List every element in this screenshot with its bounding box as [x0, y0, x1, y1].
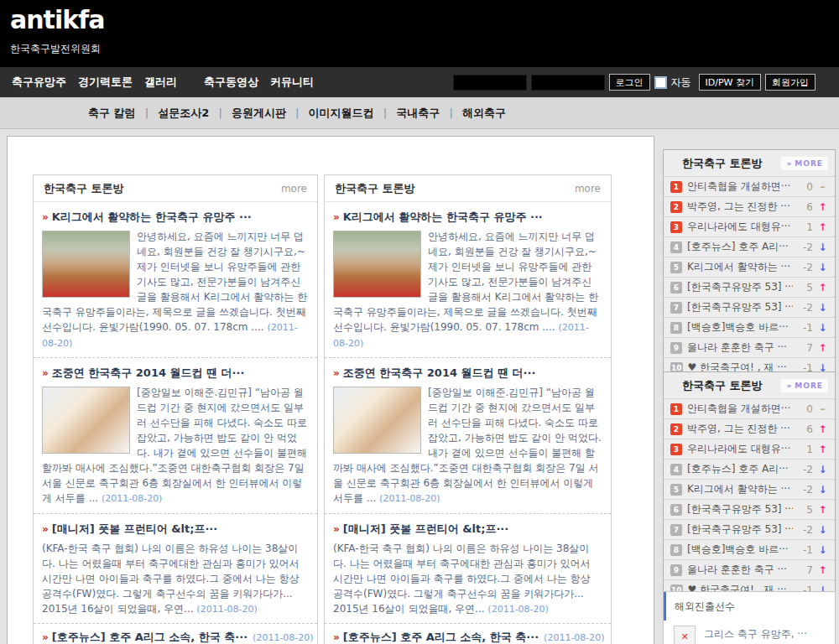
- ranking-row: 2박주영, 그는 진정한 ···6↑: [664, 418, 835, 439]
- nav-item-performance[interactable]: 경기력토론: [78, 75, 133, 90]
- post-date: (2011-08-20): [102, 493, 163, 504]
- arrow-bullet-icon: »: [333, 523, 340, 535]
- post-title[interactable]: »조중연 한국축구 2014 월드컵 땐 더···: [333, 366, 602, 381]
- post-title[interactable]: »조중연 한국축구 2014 월드컵 땐 더···: [42, 366, 309, 381]
- trend-flat-icon: –: [817, 403, 828, 415]
- ranking-link[interactable]: [한국축구유망주 53] ···: [687, 522, 793, 537]
- ranking-row: 6[한국축구유망주 53] ···5↑: [664, 499, 835, 519]
- vote-count: 5: [793, 504, 813, 516]
- ranking-link[interactable]: 박주영, 그는 진정한 ···: [687, 422, 793, 436]
- ranking-link[interactable]: [한국축구유망주 53] ···: [687, 502, 793, 517]
- post-body: 안녕하세요, 요즘에 느끼지만 너무 덥네요, 회원분들 건강 잘 챙기시구요,…: [333, 229, 602, 351]
- subnav-item-column[interactable]: 축구 칼럼: [88, 106, 136, 119]
- ranking-row: 5K리그에서 활약하는 ···-2↓: [664, 479, 835, 499]
- post-thumbnail[interactable]: [42, 387, 130, 454]
- vote-count: 1: [793, 444, 813, 455]
- ranking-link[interactable]: 울나라 훈훈한 축구 ···: [687, 340, 793, 355]
- trend-up-icon: ↑: [817, 564, 828, 576]
- ranking-link[interactable]: [백승호]백승호 바르···: [687, 543, 793, 557]
- rank-badge: 7: [670, 524, 682, 536]
- post-body: (KFA-한국 축구 협회) 나의 이름은 하유성 나이는 38살이다. 나는 …: [333, 541, 602, 617]
- nav-item-gallery[interactable]: 갤러리: [144, 75, 177, 90]
- rank-badge: 2: [670, 201, 682, 213]
- nav-item-videos[interactable]: 축구동영상: [204, 75, 258, 90]
- post-date: (2011-08-20): [379, 493, 440, 504]
- double-arrow-icon: »: [786, 159, 792, 168]
- find-idpw-button[interactable]: ID/PW 찾기: [699, 74, 761, 91]
- ranking-row: 4[호주뉴스] 호주 A리···-2↓: [664, 459, 835, 479]
- ranking-link[interactable]: 박주영, 그는 진정한 ···: [687, 200, 793, 214]
- username-input[interactable]: [453, 75, 527, 91]
- subnav-item-overseas[interactable]: 해외축구: [462, 106, 506, 119]
- post-thumbnail[interactable]: [42, 231, 130, 298]
- subnav-separator: |: [449, 106, 452, 119]
- post-date: (2011-08-20): [487, 604, 549, 615]
- board-title: 한국축구 토론방: [44, 175, 124, 202]
- arrow-bullet-icon: »: [42, 631, 49, 643]
- more-button[interactable]: »MORE: [781, 157, 828, 170]
- vote-count: -2: [793, 262, 813, 273]
- auto-login-checkbox[interactable]: [654, 76, 667, 89]
- ranking-link[interactable]: [백승호]백승호 바르···: [687, 320, 793, 335]
- ranking-link[interactable]: 우리나라에도 대형유···: [687, 442, 793, 456]
- post-item: »K리그에서 활약하는 한국축구 유망주 ··· 안녕하세요, 요즘에 느끼지만…: [34, 202, 317, 358]
- trend-down-icon: ↓: [817, 242, 828, 253]
- vote-count: -2: [793, 302, 813, 314]
- rank-badge: 6: [670, 282, 682, 293]
- rank-badge: 3: [670, 444, 682, 455]
- subnav-separator: |: [218, 106, 221, 119]
- ranking-row: 8[백승호]백승호 바르···-1↓: [664, 539, 835, 559]
- nav-item-prospects[interactable]: 축구유망주: [12, 75, 66, 90]
- ranking-link[interactable]: K리그에서 활약하는 ···: [687, 260, 793, 274]
- ranking-link[interactable]: [호주뉴스] 호주 A리···: [687, 240, 793, 254]
- vote-count: -1: [793, 322, 813, 334]
- post-item: »[매니저] 풋볼 프런티어 &lt;프··· (KFA-한국 축구 협회) 나…: [325, 514, 611, 625]
- overseas-item[interactable]: ✕ 그리스 축구 유망주, ···: [664, 621, 835, 644]
- ranking-link[interactable]: 우리나라에도 대형유···: [687, 220, 793, 234]
- sidebar-panel-header: 한국축구 토론방 »MORE: [664, 150, 835, 176]
- login-area: 로그인 자동 ID/PW 찾기 회원가입: [453, 67, 816, 97]
- post-thumbnail[interactable]: [333, 387, 421, 454]
- more-link[interactable]: more: [281, 175, 307, 202]
- more-link[interactable]: more: [575, 175, 601, 202]
- overseas-item-title[interactable]: 그리스 축구 유망주, ···: [704, 626, 807, 644]
- nav-item-community[interactable]: 커뮤니티: [270, 75, 314, 90]
- subnav-item-cheering[interactable]: 응원게시판: [232, 106, 286, 119]
- post-title[interactable]: »K리그에서 활약하는 한국축구 유망주 ···: [333, 210, 602, 225]
- post-title[interactable]: »[매니저] 풋볼 프런티어 &lt;프···: [333, 522, 602, 537]
- post-title[interactable]: »K리그에서 활약하는 한국축구 유망주 ···: [42, 210, 309, 225]
- subnav-separator: |: [145, 106, 149, 119]
- ranking-link[interactable]: 울나라 훈훈한 축구 ···: [687, 563, 793, 577]
- rank-badge: 4: [670, 464, 682, 475]
- post-title[interactable]: »[매니저] 풋볼 프런티어 &lt;프···: [42, 522, 309, 537]
- main-nav: 축구유망주 경기력토론 갤러리 축구동영상 커뮤니티 로그인 자동 ID/PW …: [0, 67, 839, 97]
- rank-badge: 2: [670, 423, 682, 435]
- post-thumbnail[interactable]: [333, 231, 421, 298]
- vote-count: 5: [793, 282, 813, 293]
- ranking-link[interactable]: [한국축구유망주 53] ···: [687, 300, 793, 314]
- post-link-row[interactable]: »[호주뉴스] 호주 A리그 소속, 한국 축···(2011-08-20): [325, 624, 611, 644]
- vote-count: 6: [793, 423, 813, 435]
- trend-up-icon: ↑: [817, 282, 828, 293]
- post-body: [중앙일보 이해준.김민규] “남아공 월드컵 기간 중 현지에 갔으면서도 일…: [42, 385, 309, 506]
- rank-badge: 9: [670, 564, 682, 576]
- ranking-link[interactable]: K리그에서 활약하는 ···: [687, 482, 793, 496]
- password-input[interactable]: [531, 75, 605, 91]
- site-subtitle: 한국축구발전위원회: [10, 42, 839, 56]
- more-button[interactable]: »MORE: [781, 379, 828, 392]
- post-body: [중앙일보 이해준.김민규] “남아공 월드컵 기간 중 현지에 갔으면서도 일…: [333, 385, 602, 506]
- subnav-item-imageworldcup[interactable]: 이미지월드컵: [309, 106, 374, 119]
- broken-image-icon: ✕: [674, 626, 696, 644]
- ranking-link[interactable]: [호주뉴스] 호주 A리···: [687, 462, 793, 476]
- ranking-link[interactable]: [한국축구유망주 53] ···: [687, 280, 793, 294]
- subnav-item-domestic[interactable]: 국내축구: [396, 106, 440, 119]
- ranking-link[interactable]: 안티축협을 개설하면···: [687, 179, 793, 194]
- ranking-row: 4[호주뉴스] 호주 A리···-2↓: [664, 236, 835, 257]
- login-button[interactable]: 로그인: [609, 74, 650, 91]
- post-link-row[interactable]: »[호주뉴스] 호주 A리그 소속, 한국 축···(2011-08-20): [34, 624, 317, 644]
- ranking-link[interactable]: 안티축협을 개설하면···: [687, 402, 793, 416]
- ranking-row: 3우리나라에도 대형유···1↑: [664, 216, 835, 236]
- site-logo[interactable]: antikfa: [10, 5, 839, 35]
- subnav-item-survey[interactable]: 설문조사2: [158, 106, 209, 119]
- join-button[interactable]: 회원가입: [765, 74, 816, 91]
